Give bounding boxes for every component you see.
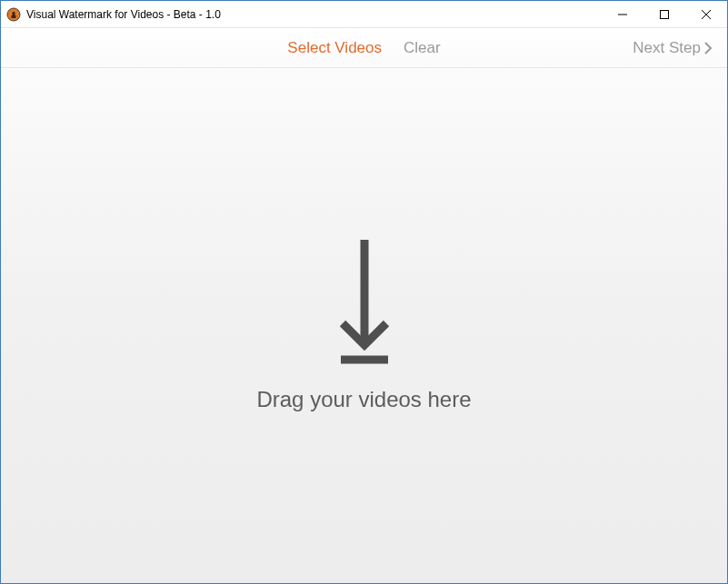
next-step-label: Next Step xyxy=(633,39,701,57)
titlebar: Visual Watermark for Videos - Beta - 1.0 xyxy=(1,1,727,28)
minimize-icon xyxy=(618,10,627,19)
next-step-button[interactable]: Next Step xyxy=(633,39,713,57)
select-videos-button[interactable]: Select Videos xyxy=(287,39,382,57)
dropzone[interactable]: Drag your videos here xyxy=(1,68,727,583)
toolbar: Select Videos Clear Next Step xyxy=(1,28,727,68)
close-icon xyxy=(702,10,711,19)
window-controls xyxy=(602,1,727,27)
close-button[interactable] xyxy=(685,1,727,27)
download-arrow-icon xyxy=(335,240,394,371)
chevron-right-icon xyxy=(704,42,713,54)
svg-rect-2 xyxy=(12,15,16,18)
toolbar-center: Select Videos Clear xyxy=(287,39,440,57)
clear-button[interactable]: Clear xyxy=(404,39,441,57)
dropzone-message: Drag your videos here xyxy=(256,387,471,412)
window-title: Visual Watermark for Videos - Beta - 1.0 xyxy=(26,8,221,21)
minimize-button[interactable] xyxy=(602,1,643,27)
app-window: Visual Watermark for Videos - Beta - 1.0 xyxy=(0,0,728,584)
maximize-icon xyxy=(660,10,669,19)
svg-rect-4 xyxy=(661,10,669,18)
app-icon xyxy=(6,7,21,22)
maximize-button[interactable] xyxy=(643,1,685,27)
